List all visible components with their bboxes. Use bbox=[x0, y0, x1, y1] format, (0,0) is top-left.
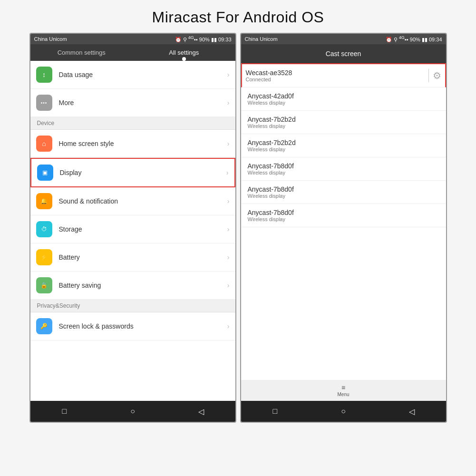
screen-lock-icon: 🔑 bbox=[36, 318, 52, 334]
menu-label: Menu bbox=[337, 392, 349, 397]
display-chevron: › bbox=[226, 169, 229, 176]
settings-header-left: Common settings All settings bbox=[30, 44, 235, 61]
page-title: Miracast For Android OS bbox=[0, 0, 476, 33]
screen-lock-chevron: › bbox=[227, 322, 230, 330]
nav-back-left[interactable]: ◁ bbox=[192, 404, 211, 418]
more-icon: ••• bbox=[36, 95, 52, 111]
settings-item-battery[interactable]: ⚡ Battery › bbox=[30, 243, 235, 272]
sound-chevron: › bbox=[227, 197, 230, 205]
nav-bar-right: □ ○ ◁ bbox=[241, 401, 446, 422]
menu-bar: ≡ Menu bbox=[241, 380, 446, 401]
sound-icon: 🔔 bbox=[36, 193, 52, 209]
storage-label: Storage bbox=[59, 225, 225, 233]
nav-square-right[interactable]: □ bbox=[265, 404, 284, 418]
cast-item-anycast4[interactable]: Anycast-7b8d0f Wireless display bbox=[241, 157, 446, 181]
section-device: Device bbox=[30, 117, 235, 130]
phones-container: China Unicom ⏰ ⚲ 4G▪▪ 90% ▮▮ ⏰ ⚲ ⁴ᵍ↑↓ 90… bbox=[0, 33, 476, 423]
settings-item-data-usage[interactable]: ↕ Data usage › bbox=[30, 61, 235, 89]
home-screen-chevron: › bbox=[227, 140, 230, 147]
anycast2-name: Anycast-7b2b2d bbox=[248, 116, 296, 123]
battery-icon: ⚡ bbox=[36, 249, 52, 265]
anycast4-name: Anycast-7b8d0f bbox=[248, 162, 294, 170]
battery-saving-icon: 🔒 bbox=[36, 277, 52, 293]
settings-item-storage[interactable]: ⏱ Storage › bbox=[30, 215, 235, 243]
nav-bar-left: □ ○ ◁ bbox=[30, 401, 235, 422]
cast-screen-header: Cast screen bbox=[241, 44, 446, 63]
data-usage-chevron: › bbox=[227, 71, 230, 78]
phone-right: China Unicom ⏰ ⚲ 4G▪▪ 90% ▮▮ 09:34 Cast … bbox=[240, 33, 447, 423]
anycast6-status: Wireless display bbox=[248, 216, 294, 222]
status-bar-left: China Unicom ⏰ ⚲ 4G▪▪ 90% ▮▮ ⏰ ⚲ ⁴ᵍ↑↓ 90… bbox=[30, 34, 235, 44]
wecast-status: Connected bbox=[246, 77, 425, 82]
carrier-left: China Unicom bbox=[34, 36, 67, 42]
carrier-right: China Unicom bbox=[245, 36, 278, 42]
cast-item-anycast1[interactable]: Anycast-42ad0f Wireless display bbox=[241, 87, 446, 111]
settings-item-screen-lock[interactable]: 🔑 Screen lock & passwords › bbox=[30, 312, 235, 340]
nav-circle-right[interactable]: ○ bbox=[334, 404, 353, 418]
display-label: Display bbox=[60, 169, 224, 176]
home-screen-label: Home screen style bbox=[59, 140, 225, 147]
anycast1-name: Anycast-42ad0f bbox=[248, 92, 294, 100]
nav-square-left[interactable]: □ bbox=[55, 404, 74, 418]
sound-label: Sound & notification bbox=[59, 197, 225, 205]
tab-all-settings[interactable]: All settings bbox=[133, 44, 235, 61]
screen-lock-label: Screen lock & passwords bbox=[59, 322, 225, 330]
settings-item-sound[interactable]: 🔔 Sound & notification › bbox=[30, 187, 235, 215]
more-chevron: › bbox=[227, 99, 230, 107]
anycast5-status: Wireless display bbox=[248, 193, 294, 199]
wecast-name: Wecast-ae3528 bbox=[246, 69, 425, 77]
status-icons-left: ⏰ ⚲ 4G▪▪ 90% ▮▮ ⏰ ⚲ ⁴ᵍ↑↓ 90% 🔋 09:3309:3… bbox=[175, 35, 232, 43]
anycast3-status: Wireless display bbox=[248, 146, 296, 152]
cast-item-anycast2[interactable]: Anycast-7b2b2d Wireless display bbox=[241, 111, 446, 134]
menu-icon: ≡ bbox=[341, 384, 345, 391]
nav-circle-left[interactable]: ○ bbox=[123, 404, 142, 418]
data-usage-label: Data usage bbox=[59, 71, 225, 78]
data-usage-icon: ↕ bbox=[36, 67, 52, 83]
storage-chevron: › bbox=[227, 225, 230, 233]
tab-common-settings[interactable]: Common settings bbox=[30, 44, 133, 61]
settings-list-left: ↕ Data usage › ••• More › Device bbox=[30, 61, 235, 401]
settings-item-home-screen[interactable]: ⌂ Home screen style › bbox=[30, 130, 235, 158]
anycast5-name: Anycast-7b8d0f bbox=[248, 185, 294, 193]
more-label: More bbox=[59, 99, 225, 107]
settings-item-display[interactable]: ▣ Display › bbox=[30, 158, 235, 187]
cast-item-wecast[interactable]: Wecast-ae3528 Connected ⚙ bbox=[241, 63, 446, 87]
display-icon: ▣ bbox=[37, 165, 53, 181]
anycast2-status: Wireless display bbox=[248, 123, 296, 129]
section-privacy: Privacy&Security bbox=[30, 300, 235, 312]
anycast6-name: Anycast-7b8d0f bbox=[248, 209, 294, 216]
status-icons-right: ⏰ ⚲ 4G▪▪ 90% ▮▮ 09:34 bbox=[386, 35, 442, 43]
battery-saving-label: Battery saving bbox=[59, 282, 225, 289]
anycast1-status: Wireless display bbox=[248, 100, 294, 106]
nav-back-right[interactable]: ◁ bbox=[402, 404, 421, 418]
cast-divider bbox=[428, 69, 429, 82]
gear-icon[interactable]: ⚙ bbox=[433, 70, 441, 81]
anycast3-name: Anycast-7b2b2d bbox=[248, 139, 296, 146]
cast-item-anycast6[interactable]: Anycast-7b8d0f Wireless display bbox=[241, 204, 446, 227]
anycast4-status: Wireless display bbox=[248, 170, 294, 175]
home-screen-icon: ⌂ bbox=[36, 136, 52, 152]
phone-left: China Unicom ⏰ ⚲ 4G▪▪ 90% ▮▮ ⏰ ⚲ ⁴ᵍ↑↓ 90… bbox=[29, 33, 236, 423]
status-bar-right: China Unicom ⏰ ⚲ 4G▪▪ 90% ▮▮ 09:34 bbox=[241, 34, 446, 44]
cast-item-anycast3[interactable]: Anycast-7b2b2d Wireless display bbox=[241, 134, 446, 157]
storage-icon: ⏱ bbox=[36, 221, 52, 237]
settings-item-more[interactable]: ••• More › bbox=[30, 89, 235, 117]
battery-chevron: › bbox=[227, 253, 230, 261]
settings-item-battery-saving[interactable]: 🔒 Battery saving › bbox=[30, 272, 235, 300]
cast-item-anycast5[interactable]: Anycast-7b8d0f Wireless display bbox=[241, 181, 446, 204]
cast-list: Wecast-ae3528 Connected ⚙ Anycast-42ad0f… bbox=[241, 63, 446, 380]
battery-saving-chevron: › bbox=[227, 282, 230, 289]
battery-label: Battery bbox=[59, 253, 225, 261]
